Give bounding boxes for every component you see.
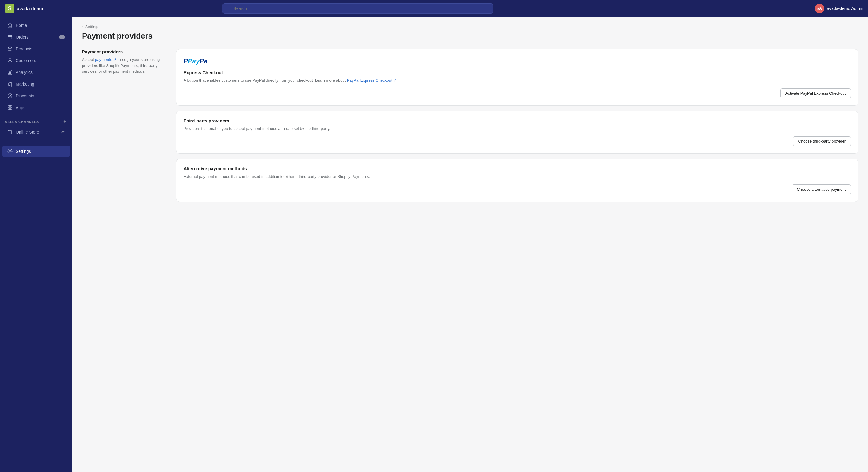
sidebar: Home Orders 1 Products Customers Analy (0, 17, 72, 472)
sidebar-item-apps[interactable]: Apps (2, 102, 70, 113)
sidebar-item-label: Products (16, 46, 32, 51)
eye-icon: 👁 (61, 130, 65, 134)
sidebar-item-home[interactable]: Home (2, 20, 70, 31)
section-description: Payment providers Accept payments ↗ thro… (82, 49, 166, 74)
svg-rect-3 (10, 72, 10, 74)
content-layout: Payment providers Accept payments ↗ thro… (82, 49, 858, 202)
svg-rect-0 (8, 36, 12, 39)
top-navigation: S avada-demo 🔍 aA avada-demo Admin (0, 0, 868, 17)
brand-logo[interactable]: S avada-demo (5, 4, 65, 13)
user-avatar: aA (815, 4, 824, 13)
online-store-icon (7, 129, 13, 135)
add-sales-channel-button[interactable]: ＋ (62, 119, 67, 125)
sidebar-item-discounts[interactable]: Discounts (2, 90, 70, 101)
svg-point-1 (9, 59, 11, 61)
alternative-description: External payment methods that can be use… (184, 174, 851, 180)
brand-name: avada-demo (17, 6, 43, 11)
choose-alternative-payment-button[interactable]: Choose alternative payment (792, 185, 851, 194)
third-party-title: Third-party providers (184, 118, 851, 123)
online-store-label: Online Store (16, 130, 39, 134)
sidebar-item-label: Discounts (16, 93, 34, 98)
svg-rect-9 (10, 108, 12, 110)
paypal-card: P PayPal Express Checkout A button that … (176, 49, 858, 106)
products-icon (7, 46, 13, 52)
back-arrow-icon: ‹ (82, 24, 84, 29)
user-menu[interactable]: aA avada-demo Admin (803, 4, 863, 13)
section-text: Accept payments ↗ through your store usi… (82, 57, 166, 74)
paypal-description: A button that enables customers to use P… (184, 77, 851, 84)
breadcrumb-label: Settings (85, 24, 99, 29)
paypal-express-link[interactable]: PayPal Express Checkout ↗ (347, 78, 397, 83)
payments-link[interactable]: payments ↗ (95, 57, 116, 62)
marketing-icon (7, 82, 13, 87)
sidebar-item-analytics[interactable]: Analytics (2, 67, 70, 78)
orders-icon (7, 34, 13, 40)
paypal-section-title: Express Checkout (184, 70, 851, 75)
sidebar-item-customers[interactable]: Customers (2, 55, 70, 66)
svg-rect-4 (11, 70, 12, 74)
section-title: Payment providers (82, 49, 166, 54)
customers-icon (7, 58, 13, 63)
user-name: avada-demo Admin (827, 6, 863, 11)
third-party-card: Third-party providers Providers that ena… (176, 111, 858, 154)
sidebar-item-label: Home (16, 23, 27, 28)
discounts-icon (7, 93, 13, 99)
sidebar-item-label: Orders (16, 35, 29, 39)
svg-rect-8 (8, 108, 10, 110)
paypal-logo: P PayPal (184, 57, 851, 65)
search-area: 🔍 (222, 3, 493, 13)
sidebar-item-label: Customers (16, 58, 36, 63)
page-title: Payment providers (82, 31, 858, 41)
cards-area: P PayPal Express Checkout A button that … (176, 49, 858, 202)
svg-text:P: P (184, 57, 188, 65)
choose-third-party-button[interactable]: Choose third-party provider (793, 136, 851, 146)
sidebar-item-label: Marketing (16, 82, 34, 87)
search-input[interactable] (222, 3, 493, 13)
svg-rect-7 (10, 105, 12, 107)
analytics-icon (7, 70, 13, 75)
shopify-icon: S (5, 4, 14, 13)
sales-channels-section: SALES CHANNELS ＋ (0, 114, 72, 126)
sidebar-item-orders[interactable]: Orders 1 (2, 31, 70, 43)
sidebar-item-marketing[interactable]: Marketing (2, 78, 70, 90)
svg-rect-6 (8, 105, 10, 107)
breadcrumb[interactable]: ‹ Settings (82, 24, 858, 29)
orders-badge: 1 (59, 35, 65, 39)
settings-label: Settings (16, 149, 31, 154)
sidebar-item-label: Analytics (16, 70, 33, 75)
third-party-description: Providers that enable you to accept paym… (184, 126, 851, 132)
main-content: ‹ Settings Payment providers Payment pro… (72, 17, 868, 472)
home-icon (7, 23, 13, 28)
svg-rect-2 (8, 73, 9, 74)
svg-point-10 (9, 151, 11, 152)
alternative-title: Alternative payment methods (184, 166, 851, 171)
activate-paypal-button[interactable]: Activate PayPal Express Checkout (780, 88, 851, 98)
sidebar-item-products[interactable]: Products (2, 43, 70, 55)
alternative-payment-card: Alternative payment methods External pay… (176, 159, 858, 202)
settings-icon (7, 149, 13, 154)
apps-icon (7, 105, 13, 110)
svg-text:PayPal: PayPal (188, 57, 208, 65)
sidebar-item-online-store[interactable]: Online Store 👁 (2, 126, 70, 138)
sidebar-item-label: Apps (16, 105, 25, 110)
sidebar-item-settings[interactable]: Settings (2, 146, 70, 157)
